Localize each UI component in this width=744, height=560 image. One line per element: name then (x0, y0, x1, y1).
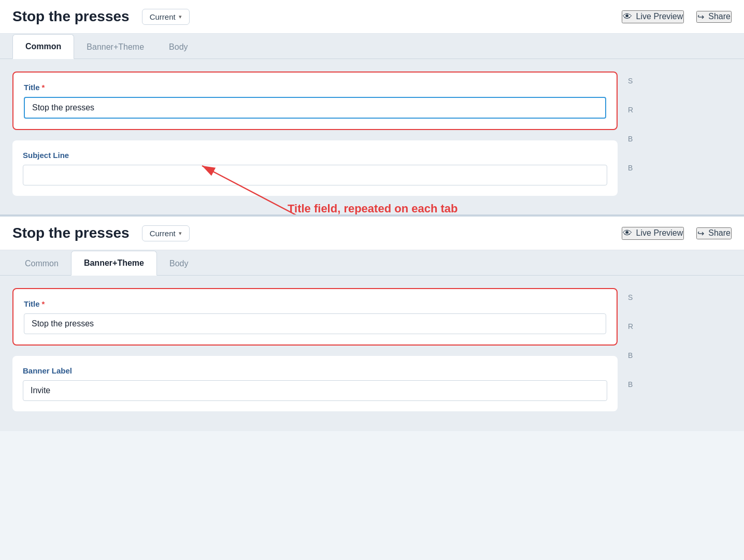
panel-1-tabs: Common Banner+Theme Body (0, 34, 744, 59)
main-form-1: Title * Subject Line (12, 71, 618, 202)
share-arrow-icon: ↪ (697, 12, 704, 22)
panel-2-content: Title * Banner Label S R B B (0, 276, 744, 431)
tab-common[interactable]: Common (12, 34, 74, 59)
panel-1: Stop the presses Current ▾ 👁 Live Previe… (0, 0, 744, 214)
current-dropdown[interactable]: Current ▾ (142, 9, 190, 25)
share-arrow-icon-2: ↪ (697, 228, 704, 238)
sidebar-item-b1-2: B (628, 351, 732, 360)
share-button[interactable]: ↪ Share (696, 11, 732, 23)
sidebar-item-r: R (628, 106, 732, 114)
panel-1-header: Stop the presses Current ▾ 👁 Live Previe… (0, 0, 744, 34)
tab-banner-theme-2[interactable]: Banner+Theme (71, 251, 157, 276)
required-star-1: * (42, 83, 45, 92)
banner-label-label: Banner Label (23, 366, 607, 375)
required-star-2: * (42, 299, 45, 308)
current-dropdown-2[interactable]: Current ▾ (142, 225, 190, 241)
subject-line-input[interactable] (23, 165, 607, 185)
eye-icon-2: 👁 (623, 228, 632, 239)
panel-2: Stop the presses Current ▾ 👁 Live Previe… (0, 214, 744, 431)
tab-banner-theme[interactable]: Banner+Theme (74, 35, 156, 59)
live-preview-label: Live Preview (636, 12, 683, 21)
share-button-2[interactable]: ↪ Share (696, 227, 732, 239)
share-label-2: Share (708, 228, 731, 238)
current-label: Current (150, 12, 176, 21)
current-label-2: Current (150, 229, 176, 238)
eye-icon: 👁 (623, 11, 632, 22)
banner-label-input[interactable] (23, 380, 607, 401)
panel-2-tabs: Common Banner+Theme Body (0, 250, 744, 276)
share-label: Share (708, 12, 731, 21)
right-sidebar-1: S R B B (628, 71, 732, 202)
title-label-2: Title * (24, 299, 606, 308)
title-input-1[interactable] (24, 97, 606, 119)
chevron-down-icon-2: ▾ (179, 230, 182, 237)
title-label-1: Title * (24, 83, 606, 92)
live-preview-button-2[interactable]: 👁 Live Preview (622, 227, 684, 240)
panel-1-content: Title * Subject Line S R B B (0, 59, 744, 214)
sidebar-item-b2-2: B (628, 380, 732, 389)
title-input-2[interactable] (24, 313, 606, 334)
full-page: Stop the presses Current ▾ 👁 Live Previe… (0, 0, 744, 431)
page-title-2: Stop the presses (12, 225, 130, 241)
header-actions-2: 👁 Live Preview ↪ Share (622, 227, 732, 240)
panel-2-header: Stop the presses Current ▾ 👁 Live Previe… (0, 217, 744, 250)
sidebar-item-s: S (628, 77, 732, 85)
tab-body-2[interactable]: Body (157, 252, 201, 276)
sidebar-item-b2: B (628, 164, 732, 172)
sidebar-item-s-2: S (628, 293, 732, 301)
right-sidebar-2: S R B B (628, 288, 732, 419)
tab-common-2[interactable]: Common (12, 252, 71, 276)
header-actions: 👁 Live Preview ↪ Share (622, 10, 732, 23)
sidebar-item-r-2: R (628, 322, 732, 331)
title-field-card-2: Title * (12, 288, 618, 346)
live-preview-label-2: Live Preview (636, 228, 683, 238)
live-preview-button[interactable]: 👁 Live Preview (622, 10, 684, 23)
sidebar-item-b1: B (628, 135, 732, 143)
main-form-2: Title * Banner Label (12, 288, 618, 419)
subject-line-card: Subject Line (12, 140, 618, 196)
chevron-down-icon: ▾ (179, 13, 182, 20)
banner-label-card: Banner Label (12, 356, 618, 411)
subject-line-label: Subject Line (23, 151, 607, 160)
tab-body[interactable]: Body (156, 35, 200, 59)
page-title: Stop the presses (12, 8, 130, 25)
title-field-card-1: Title * (12, 71, 618, 130)
